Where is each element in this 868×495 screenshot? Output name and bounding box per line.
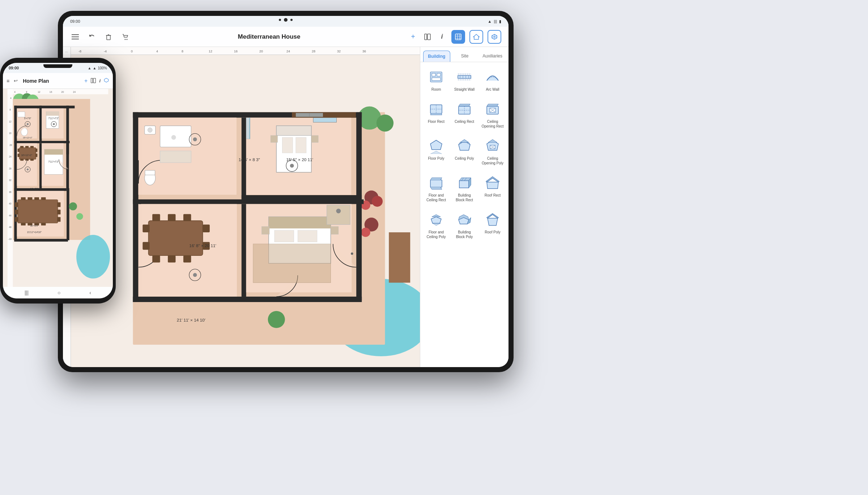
phone-nav-back-button[interactable]: ‹ <box>89 290 91 296</box>
undo-button[interactable] <box>87 32 97 42</box>
svg-rect-25 <box>389 232 410 283</box>
svg-rect-176 <box>14 141 69 143</box>
phone-battery-label: 100% <box>98 66 107 70</box>
floor-plan-area[interactable]: m -8 -4 0 4 8 12 16 20 24 28 32 36 4 <box>63 47 420 367</box>
phone-toolbar: ≡ ↩ Home Plan + i <box>3 73 113 89</box>
svg-rect-10 <box>455 34 461 40</box>
item-floor-rect[interactable]: Floor Rect <box>423 97 449 132</box>
menu-icon[interactable] <box>70 32 80 42</box>
arc-wall-icon <box>484 68 501 86</box>
svg-point-22 <box>372 196 383 207</box>
item-ceiling-opening-rect[interactable]: Ceiling Opening Rect <box>480 97 506 132</box>
view-house-button[interactable] <box>469 30 483 44</box>
floor-ceiling-rect-icon <box>427 174 445 191</box>
svg-text:5'×7'6": 5'×7'6" <box>24 117 31 120</box>
svg-text:12: 12 <box>9 120 12 123</box>
item-room[interactable]: Room <box>423 65 449 95</box>
floor-poly-label: Floor Poly <box>428 156 444 161</box>
svg-text:16'×2'0": 16'×2'0" <box>30 224 39 227</box>
svg-rect-54 <box>271 135 277 142</box>
svg-rect-211 <box>57 217 60 222</box>
svg-text:44: 44 <box>9 214 12 217</box>
phone-library-button[interactable] <box>90 78 96 84</box>
roof-rect-icon <box>484 174 501 191</box>
svg-text:24: 24 <box>73 91 76 93</box>
svg-text:21′ 11′ × 14 10′: 21′ 11′ × 14 10′ <box>177 318 205 322</box>
svg-rect-64 <box>327 205 350 225</box>
svg-rect-193 <box>44 149 63 155</box>
svg-rect-205 <box>18 200 58 223</box>
ceiling-opening-poly-icon <box>484 137 501 155</box>
phone-3d-button[interactable] <box>103 77 109 85</box>
svg-point-48 <box>171 135 176 140</box>
svg-point-81 <box>193 273 197 277</box>
item-building-block-poly[interactable]: Building Block Poly <box>451 208 477 242</box>
svg-rect-179 <box>66 143 69 191</box>
view-3d-button[interactable] <box>488 30 501 44</box>
phone-floor-plan[interactable]: 4 8 12 16 20 24 4 8 12 16 20 24 28 32 36… <box>3 89 113 287</box>
svg-rect-52 <box>282 137 293 153</box>
svg-rect-30 <box>133 199 364 204</box>
item-floor-poly[interactable]: Floor Poly <box>423 134 449 169</box>
floor-ceiling-poly-label: Floor and Ceiling Poly <box>425 230 447 239</box>
floor-ceiling-poly-icon <box>427 211 445 228</box>
svg-rect-33 <box>356 112 362 199</box>
ceiling-opening-rect-label: Ceiling Opening Rect <box>481 119 504 129</box>
svg-rect-61 <box>262 227 269 234</box>
trash-button[interactable] <box>103 32 114 42</box>
item-arc-wall[interactable]: Arc Wall <box>480 65 506 95</box>
svg-rect-196 <box>18 154 20 157</box>
svg-marker-135 <box>432 215 441 217</box>
svg-text:7'11"×7'2": 7'11"×7'2" <box>48 117 59 120</box>
item-floor-ceiling-rect[interactable]: Floor and Ceiling Rect <box>423 171 449 206</box>
svg-text:32: 32 <box>9 179 12 181</box>
floor-plan-canvas[interactable]: 14 5′ × 8 3″ 15′ 5″ × 20 11′ 16′ 8″ × 20… <box>71 55 420 367</box>
svg-text:16′ 8″ × 20 11′: 16′ 8″ × 20 11′ <box>189 243 216 248</box>
view-2d-button[interactable] <box>451 30 465 44</box>
svg-rect-28 <box>133 112 139 302</box>
library-button[interactable] <box>422 32 433 42</box>
ceiling-rect-label: Ceiling Rect <box>455 119 474 124</box>
room-label: Room <box>431 87 441 92</box>
svg-rect-96 <box>437 73 441 76</box>
item-roof-rect[interactable]: Roof Rect <box>480 171 506 206</box>
phone-add-button[interactable]: + <box>84 78 88 84</box>
info-button[interactable]: i <box>437 32 447 42</box>
tab-site[interactable]: Site <box>452 51 478 62</box>
phone-nav-menu-button[interactable]: ||| <box>25 290 29 296</box>
svg-point-221 <box>27 123 29 125</box>
svg-rect-75 <box>152 255 160 262</box>
item-floor-ceiling-poly[interactable]: Floor and Ceiling Poly <box>423 208 449 242</box>
item-building-block-rect[interactable]: Building Block Rect <box>451 171 477 206</box>
tab-building[interactable]: Building <box>423 51 450 62</box>
add-element-button[interactable]: + <box>408 32 418 42</box>
svg-rect-34 <box>242 195 362 200</box>
svg-text:40: 40 <box>9 202 12 205</box>
svg-rect-73 <box>168 214 175 221</box>
phone-nav-home-button[interactable]: ○ <box>58 290 60 296</box>
svg-text:16: 16 <box>50 91 52 93</box>
svg-rect-59 <box>275 231 294 242</box>
item-ceiling-rect[interactable]: Ceiling Rect <box>451 97 477 132</box>
ruler-horizontal: m -8 -4 0 4 8 12 16 20 24 28 32 36 <box>63 47 420 55</box>
phone-info-button[interactable]: i <box>99 78 101 83</box>
item-ceiling-poly[interactable]: Ceiling Poly <box>451 134 477 169</box>
svg-rect-201 <box>30 146 34 148</box>
cart-button[interactable] <box>120 32 130 42</box>
tablet-toolbar: Mediterranean House + i <box>63 27 509 47</box>
item-ceiling-opening-poly[interactable]: Ceiling Opening Poly <box>480 134 506 169</box>
phone-undo-button[interactable]: ↩ <box>14 78 18 83</box>
svg-rect-0 <box>72 34 79 35</box>
svg-point-19 <box>376 115 393 132</box>
svg-point-65 <box>336 209 341 214</box>
phone-menu-icon[interactable]: ≡ <box>7 78 9 84</box>
tablet-device: 09:00 ▲ ||| ▮ <box>58 11 514 372</box>
svg-rect-35 <box>356 199 362 301</box>
item-roof-poly[interactable]: Roof Poly <box>480 208 506 242</box>
svg-rect-9 <box>427 34 430 40</box>
tab-auxiliaries[interactable]: Auxiliaries <box>479 51 506 62</box>
svg-rect-178 <box>39 143 42 191</box>
roof-poly-label: Roof Poly <box>485 230 500 234</box>
item-straight-wall[interactable]: Straight Wall <box>451 65 477 95</box>
arc-wall-label: Arc Wall <box>486 87 499 92</box>
